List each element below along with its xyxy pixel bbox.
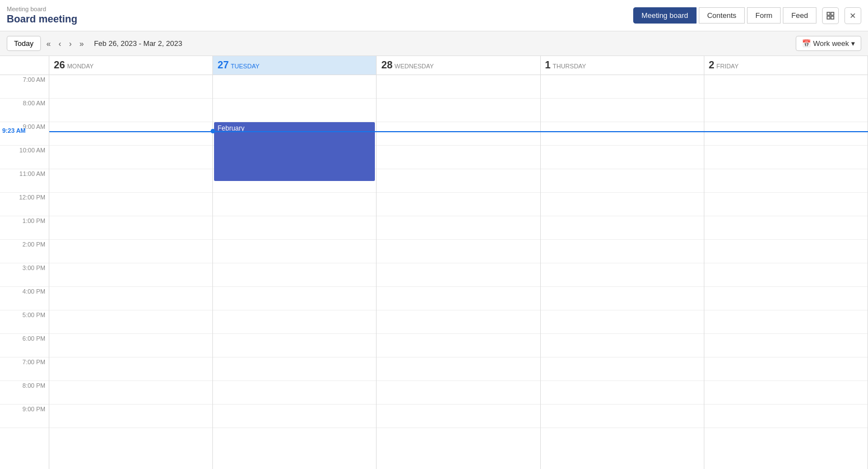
day-column-tuesday[interactable]: February [213,75,377,469]
tab-meeting-board[interactable]: Meeting board [633,7,697,24]
hour-cell-4-1[interactable] [704,99,867,122]
calendar-body[interactable]: 7:00 AM8:00 AM9:00 AM10:00 AM11:00 AM12:… [0,75,868,469]
hour-cell-2-11[interactable] [377,334,540,357]
hour-cell-4-12[interactable] [704,357,867,381]
hour-cell-3-3[interactable] [541,146,704,169]
hour-cell-1-13[interactable] [213,381,376,405]
hour-cell-3-12[interactable] [541,357,704,381]
hour-cell-0-12[interactable] [49,357,212,381]
hour-cell-2-1[interactable] [377,99,540,122]
hour-cell-1-1[interactable] [213,99,376,122]
hour-cell-3-0[interactable] [541,75,704,99]
hour-cell-3-1[interactable] [541,99,704,122]
hour-cell-2-8[interactable] [377,263,540,287]
time-slot-6: 1:00 PM [0,216,49,240]
hour-cell-0-0[interactable] [49,75,212,99]
hour-cell-0-9[interactable] [49,287,212,310]
hour-cell-4-0[interactable] [704,75,867,99]
hour-cell-1-7[interactable] [213,240,376,263]
nav-last-button[interactable]: » [77,38,86,49]
hour-cell-4-13[interactable] [704,381,867,405]
hour-cell-3-4[interactable] [541,169,704,193]
nav-next-button[interactable]: › [67,38,74,49]
hour-cell-4-7[interactable] [704,240,867,263]
hour-cell-4-2[interactable] [704,122,867,146]
svg-rect-1 [831,12,834,15]
hour-cell-2-13[interactable] [377,381,540,405]
day-column-thursday[interactable] [541,75,704,469]
day-column-monday[interactable] [49,75,213,469]
nav-first-button[interactable]: « [44,38,53,49]
hour-cell-1-10[interactable] [213,310,376,334]
hour-cell-2-7[interactable] [377,240,540,263]
hour-cell-1-12[interactable] [213,357,376,381]
hour-cell-4-11[interactable] [704,334,867,357]
hour-cell-4-9[interactable] [704,287,867,310]
expand-icon[interactable] [822,7,839,24]
hour-cell-2-9[interactable] [377,287,540,310]
hour-cell-0-13[interactable] [49,381,212,405]
tab-feed[interactable]: Feed [783,7,816,24]
view-selector[interactable]: 📅 Work week ▾ [796,36,861,51]
hour-cell-2-14[interactable] [377,405,540,428]
tab-contents[interactable]: Contents [699,7,745,24]
hour-cell-3-11[interactable] [541,334,704,357]
day-column-wednesday[interactable] [377,75,540,469]
hour-cell-3-7[interactable] [541,240,704,263]
hour-cell-1-0[interactable] [213,75,376,99]
hour-cell-3-14[interactable] [541,405,704,428]
hour-cell-4-14[interactable] [704,405,867,428]
hour-cell-2-6[interactable] [377,216,540,240]
hour-cell-4-6[interactable] [704,216,867,240]
hour-cell-3-10[interactable] [541,310,704,334]
title-area: Meeting board Board meeting [7,6,633,25]
hour-cell-0-10[interactable] [49,310,212,334]
today-button[interactable]: Today [7,36,41,51]
hour-cell-0-3[interactable] [49,146,212,169]
time-label-3: 10:00 AM [20,147,45,154]
hour-cell-2-0[interactable] [377,75,540,99]
view-label: Work week [813,39,849,48]
tab-form[interactable]: Form [747,7,781,24]
hour-cell-0-7[interactable] [49,240,212,263]
hour-cell-0-8[interactable] [49,263,212,287]
hour-cell-1-14[interactable] [213,405,376,428]
time-slot-4: 11:00 AM [0,169,49,193]
hour-cell-3-8[interactable] [541,263,704,287]
hour-cell-2-10[interactable] [377,310,540,334]
time-slot-10: 5:00 PM [0,310,49,334]
hour-cell-3-5[interactable] [541,193,704,216]
hour-cell-4-5[interactable] [704,193,867,216]
calendar-toolbar: Today « ‹ › » Feb 26, 2023 - Mar 2, 2023… [0,31,868,56]
hour-cell-3-9[interactable] [541,287,704,310]
hour-cell-4-3[interactable] [704,146,867,169]
nav-prev-button[interactable]: ‹ [57,38,64,49]
hour-cell-1-11[interactable] [213,334,376,357]
current-time-label: 9:23 AM [2,127,26,134]
hour-cell-1-8[interactable] [213,263,376,287]
hour-cell-1-6[interactable] [213,216,376,240]
hour-cell-0-1[interactable] [49,99,212,122]
hour-cell-2-5[interactable] [377,193,540,216]
hour-cell-2-3[interactable] [377,146,540,169]
hour-cell-0-5[interactable] [49,193,212,216]
hour-cell-2-4[interactable] [377,169,540,193]
hour-cell-3-6[interactable] [541,216,704,240]
hour-cell-4-8[interactable] [704,263,867,287]
hour-cell-1-5[interactable] [213,193,376,216]
hour-cell-1-9[interactable] [213,287,376,310]
hour-cell-2-2[interactable] [377,122,540,146]
hour-cell-0-14[interactable] [49,405,212,428]
hour-cell-3-13[interactable] [541,381,704,405]
close-icon[interactable]: ✕ [844,7,861,24]
hour-cell-2-12[interactable] [377,357,540,381]
hour-cell-4-10[interactable] [704,310,867,334]
day-column-friday[interactable] [704,75,868,469]
hour-cell-0-11[interactable] [49,334,212,357]
day-num-friday: 2 [709,59,714,71]
hour-cell-4-4[interactable] [704,169,867,193]
hour-cell-0-6[interactable] [49,216,212,240]
hour-cell-3-2[interactable] [541,122,704,146]
hour-cell-0-4[interactable] [49,169,212,193]
hour-cell-0-2[interactable] [49,122,212,146]
